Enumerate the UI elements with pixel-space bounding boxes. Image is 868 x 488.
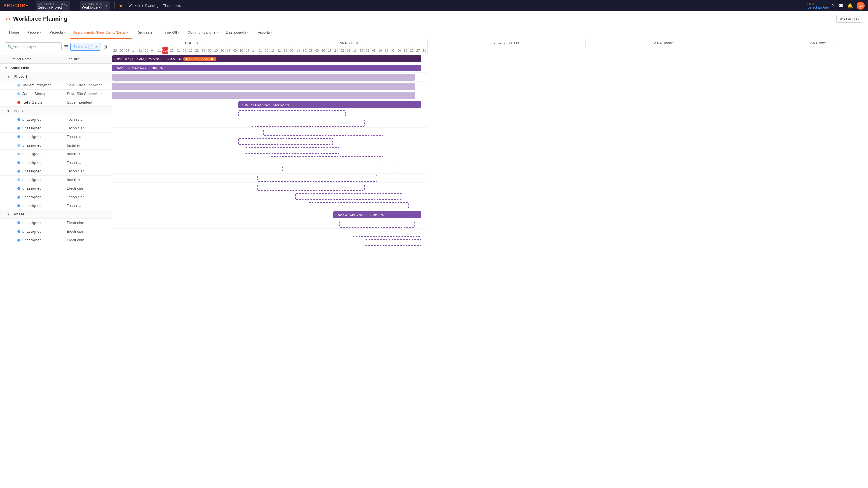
gantt-bar[interactable] [112,74,415,80]
person-row-william[interactable]: William Perryman Solar Site Supervisor [0,81,112,90]
gantt-row [112,192,428,201]
nav-projects[interactable]: Projects▾ [46,26,69,39]
phase1-header[interactable]: ▼ Phase 1 [0,72,112,81]
gantt-bar[interactable] [112,92,415,99]
page-header: ⚙ Workforce Planning My Groups [0,11,868,26]
dot-icon [17,170,20,173]
person-job-james: Solar Site Supervisor [67,92,107,96]
gantt-row [112,238,428,247]
status-filter-button[interactable]: Statuses (1) ✕ [70,43,101,51]
gantt-row [112,173,428,183]
open-requests-badge[interactable]: 17 OPEN REQUESTS [183,57,216,61]
job-title-col-header: Job Title [67,57,107,61]
gantt-bar[interactable] [238,110,346,117]
company-tools-selector[interactable]: Company Tools Workforce Pl... ▾ [80,1,110,11]
nav-reports[interactable]: Reports▾ [253,26,276,39]
gantt-bar[interactable] [270,156,383,163]
gantt-bar[interactable]: Phase 3 | 03/10/2025 - 12/19/2025 [333,212,422,218]
page-header-right: My Groups [836,15,862,23]
help-icon[interactable]: ? [832,3,835,8]
phase3-header[interactable]: ▼ Phase 3 [0,210,112,219]
gantt-day-row: 2330071421280411Today2501081522290613202… [112,47,868,54]
gantt-bar[interactable] [295,193,402,200]
gantt-bar[interactable] [352,230,422,237]
unassigned-p3-2[interactable]: unassignedElectrician [0,227,112,236]
person-row-kelly[interactable]: Kelly Garcia Superintendent [0,98,112,107]
person-name-william: William Perryman [17,83,67,87]
person-job-kelly: Superintendent [67,100,107,104]
company-tools-chevron-icon: ▾ [105,4,107,8]
my-groups-button[interactable]: My Groups [836,15,862,23]
project-selector[interactable]: CKF Electric - DEMO Select a Project ▾ [36,1,70,11]
gantt-bar[interactable] [112,83,415,90]
search-input-wrap[interactable]: 🔍 [5,42,62,51]
gantt-bar[interactable] [282,166,396,172]
unassigned-5[interactable]: unassignedInstaller [0,150,112,158]
project-name-col-header: Project Name [10,57,67,61]
gantt-bar[interactable] [257,184,365,191]
reports-chevron-icon: ▾ [271,31,272,34]
project-row-solar-field[interactable]: ▼ Solar Field [0,64,112,72]
unassigned-10[interactable]: unassignedTechnician [0,193,112,201]
column-settings-icon[interactable]: ⊞ [103,44,107,50]
fav-link-workforce[interactable]: Workforce Planning [129,4,159,8]
unassigned-1[interactable]: unassignedTechnician [0,115,112,124]
fav-link-timesheets[interactable]: Timesheets [163,4,181,8]
unassigned-9[interactable]: unassignedElectrician [0,184,112,193]
divider [74,2,75,9]
unassigned-2[interactable]: unassignedTechnician [0,124,112,133]
gantt-row [112,183,428,192]
comm-chevron-icon: ▾ [216,31,218,34]
requests-chevron-icon: ▾ [153,31,155,34]
nav-communications[interactable]: Communications▾ [184,26,221,39]
person-row-james[interactable]: James Strong Solar Site Supervisor [0,90,112,98]
user-avatar[interactable]: CJ [857,2,865,10]
unassigned-8[interactable]: unassignedInstaller [0,175,112,184]
gantt-row [112,73,428,82]
expand-icon: ▼ [5,66,10,70]
unassigned-6[interactable]: unassignedTechnician [0,158,112,167]
gantt-bar[interactable] [238,138,333,145]
nav-assignments[interactable]: Assignments /New Gantt (Beta)▾ [70,26,132,39]
today-line [166,54,166,488]
gantt-row [112,128,428,137]
search-input[interactable] [12,45,59,49]
nav-people[interactable]: People▾ [24,26,45,39]
gantt-bar[interactable] [245,147,339,154]
dot-icon [17,230,20,233]
gantt-bar[interactable]: Solar Field | (1-29358) 07/04/2024 - 10/… [112,55,422,62]
nav-dashboards[interactable]: Dashboards▾ [222,26,252,39]
gantt-bar[interactable]: Phase 1 | 07/04/2024 - 10/30/2026 [112,65,422,71]
unassigned-11[interactable]: unassignedTechnician [0,201,112,210]
gantt-row [112,220,428,229]
filter-lines-icon[interactable]: ☰ [64,44,68,50]
gantt-bar[interactable] [251,120,365,127]
chat-icon[interactable]: 💬 [838,3,844,9]
gantt-row: Phase 1 | 07/04/2024 - 10/30/2026 [112,63,428,73]
gantt-bar[interactable]: Phase 2 | 11/29/2024 - 06/11/2026 [238,101,422,108]
tree-list: ▼ Solar Field ▼ Phase 1 William Perryman… [0,64,112,488]
unassigned-p3-1[interactable]: unassignedElectrician [0,219,112,227]
unassigned-7[interactable]: unassignedTechnician [0,167,112,175]
nav-home[interactable]: Home [6,26,23,39]
nav-requests[interactable]: Requests▾ [133,26,158,39]
gantt-bar[interactable] [365,239,422,246]
gantt-body[interactable]: Solar Field | (1-29358) 07/04/2024 - 10/… [112,54,428,488]
apps-selector[interactable]: Apps Select an App [807,2,829,9]
dash-chevron-icon: ▾ [247,31,249,34]
phase2-header[interactable]: ▼ Phase 2 [0,107,112,115]
gantt-bar[interactable] [339,221,415,228]
gantt-bar[interactable] [308,202,409,209]
unassigned-3[interactable]: unassignedTechnician [0,133,112,141]
gantt-bar[interactable] [257,175,377,182]
unassigned-p3-3[interactable]: unassignedElectrician [0,236,112,245]
unassigned-4[interactable]: unassignedInstaller [0,141,112,150]
notifications-icon[interactable]: 🔔 [847,3,853,9]
gantt-bar[interactable] [264,129,383,136]
people-chevron-icon: ▾ [40,31,41,34]
nav-time-off[interactable]: Time Off▾ [159,26,183,39]
clear-filter-icon[interactable]: ✕ [95,45,98,49]
gantt-area: 2024 July2024 August2024 September2024 O… [112,39,868,488]
filter-label: Statuses (1) [73,45,92,49]
gantt-row [112,91,428,100]
